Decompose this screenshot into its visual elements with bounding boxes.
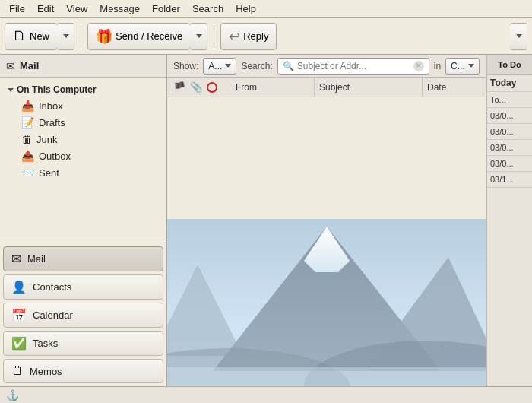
show-label: Show: (173, 61, 198, 71)
in-label: in (434, 61, 441, 71)
new-icon: 🗋 (13, 28, 27, 44)
content-area: Show: A... Search: 🔍 ✕ in C... 🏴 📎 (167, 55, 486, 386)
show-value: A... (208, 61, 222, 71)
new-button[interactable]: 🗋 New (5, 23, 58, 50)
reply-icon: ↩ (229, 28, 240, 45)
send-receive-chevron-icon (196, 34, 202, 38)
todo-item-4[interactable]: 03/0... (487, 140, 532, 156)
mail-nav-label: Mail (27, 253, 46, 265)
mail-nav-icon: ✉ (11, 252, 21, 266)
reply-label: Reply (243, 30, 268, 42)
inbox-icon: 📥 (21, 100, 34, 112)
menu-file[interactable]: File (3, 2, 31, 16)
search-clear-button[interactable]: ✕ (413, 61, 424, 71)
menu-bar: File Edit View Message Folder Search Hel… (0, 0, 532, 18)
search-label: Search: (241, 61, 272, 71)
toolbar-more-chevron-icon (516, 34, 522, 38)
tasks-nav-icon: ✅ (11, 336, 27, 351)
drafts-label: Drafts (39, 117, 65, 129)
outbox-label: Outbox (39, 151, 71, 162)
search-input[interactable] (297, 61, 410, 71)
new-chevron-icon (63, 34, 69, 38)
message-list[interactable] (167, 97, 486, 386)
menu-edit[interactable]: Edit (31, 2, 60, 16)
folder-junk[interactable]: 🗑 Junk (0, 131, 166, 148)
menu-view[interactable]: View (60, 2, 93, 16)
nav-mail[interactable]: ✉ Mail (3, 246, 163, 271)
folder-section-computer: On This Computer 📥 Inbox 📝 Drafts 🗑 Junk… (0, 81, 166, 182)
inbox-label: Inbox (39, 100, 63, 112)
section-chevron-icon (8, 88, 14, 92)
junk-label: Junk (36, 134, 57, 145)
folder-sent[interactable]: 📨 Sent (0, 164, 166, 181)
send-receive-icon: 🎁 (96, 28, 112, 45)
sidebar: ✉ Mail On This Computer 📥 Inbox 📝 Drafts (0, 55, 167, 386)
send-receive-label: Send / Receive (116, 30, 182, 42)
junk-icon: 🗑 (21, 133, 32, 145)
folder-outbox[interactable]: 📤 Outbox (0, 148, 166, 164)
toolbar-separator-1 (81, 25, 81, 48)
todo-header: To Do (487, 55, 532, 75)
sidebar-header: ✉ Mail (0, 55, 166, 78)
background-image (167, 219, 486, 386)
search-icon: 🔍 (283, 61, 294, 71)
new-label: New (30, 30, 49, 42)
show-select[interactable]: A... (203, 58, 236, 75)
folder-inbox[interactable]: 📥 Inbox (0, 97, 166, 114)
new-arrow-button[interactable] (57, 23, 74, 50)
memos-nav-icon: 🗒 (11, 364, 24, 378)
contacts-nav-label: Contacts (33, 281, 71, 293)
send-receive-arrow-button[interactable] (190, 23, 207, 50)
nav-buttons: ✉ Mail 👤 Contacts 📅 Calendar ✅ Tasks 🗒 M… (0, 243, 166, 386)
send-receive-button[interactable]: 🎁 Send / Receive (87, 23, 191, 50)
todo-item-1[interactable]: To... (487, 92, 532, 108)
anchor-icon: ⚓ (6, 389, 19, 401)
flag-column-icon: 🏴 (173, 81, 185, 93)
todo-item-today[interactable]: Today (487, 75, 532, 92)
from-column-header[interactable]: From (231, 78, 315, 97)
menu-search[interactable]: Search (186, 2, 230, 16)
todo-panel: To Do Today To... 03/0... 03/0... 03/0..… (486, 55, 532, 386)
main-container: ✉ Mail On This Computer 📥 Inbox 📝 Drafts (0, 55, 532, 386)
reply-button[interactable]: ↩ Reply (220, 23, 277, 50)
filter-bar: Show: A... Search: 🔍 ✕ in C... (167, 55, 486, 78)
column-icons: 🏴 📎 (170, 81, 231, 93)
show-chevron-icon (225, 64, 231, 68)
folder-section-header[interactable]: On This Computer (0, 82, 166, 97)
subject-column-header[interactable]: Subject (315, 78, 423, 97)
drafts-icon: 📝 (21, 116, 34, 129)
mail-header-icon: ✉ (6, 60, 15, 72)
tasks-nav-label: Tasks (33, 338, 58, 349)
bottom-bar: ⚓ (0, 386, 532, 403)
status-column-icon (207, 82, 217, 93)
nav-calendar[interactable]: 📅 Calendar (3, 303, 163, 328)
sidebar-title: Mail (20, 60, 39, 71)
nav-memos[interactable]: 🗒 Memos (3, 359, 163, 383)
toolbar-more-button[interactable] (510, 23, 527, 50)
search-box: 🔍 ✕ (277, 58, 429, 75)
nav-contacts[interactable]: 👤 Contacts (3, 274, 163, 300)
sent-label: Sent (39, 167, 59, 179)
folder-tree: On This Computer 📥 Inbox 📝 Drafts 🗑 Junk… (0, 78, 166, 243)
todo-item-6[interactable]: 03/1... (487, 172, 532, 188)
sent-icon: 📨 (21, 167, 34, 179)
menu-help[interactable]: Help (230, 2, 262, 16)
menu-message[interactable]: Message (93, 2, 146, 16)
toolbar-separator-2 (214, 25, 214, 48)
folder-drafts[interactable]: 📝 Drafts (0, 114, 166, 131)
contacts-nav-icon: 👤 (11, 280, 27, 294)
memos-nav-label: Memos (30, 366, 62, 377)
todo-item-3[interactable]: 03/0... (487, 124, 532, 140)
menu-folder[interactable]: Folder (146, 2, 186, 16)
folder-section-title: On This Computer (17, 84, 97, 95)
date-column-header[interactable]: Date (423, 78, 483, 97)
calendar-nav-icon: 📅 (11, 308, 27, 322)
nav-tasks[interactable]: ✅ Tasks (3, 331, 163, 356)
in-select[interactable]: C... (445, 58, 480, 75)
in-chevron-icon (468, 64, 474, 68)
in-value: C... (451, 61, 465, 71)
todo-item-2[interactable]: 03/0... (487, 108, 532, 124)
outbox-icon: 📤 (21, 150, 34, 162)
svg-rect-7 (167, 367, 486, 386)
todo-item-5[interactable]: 03/0... (487, 156, 532, 172)
